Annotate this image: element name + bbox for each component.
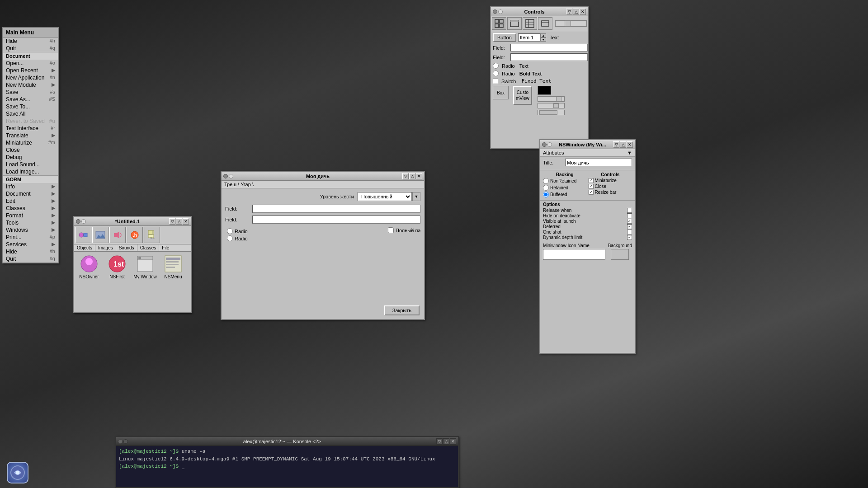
nsw-close-btn[interactable]: ✕ (627, 141, 633, 148)
terminal-body[interactable]: [alex@majestic12 ~]$ uname -a Linux maje… (116, 446, 458, 487)
gorm-close-btn[interactable]: ✕ (183, 218, 189, 225)
ctrl-btn-custom[interactable] (538, 17, 552, 30)
menu-tools[interactable]: Tools▶ (3, 219, 58, 226)
ctrl-scrollbar[interactable] (555, 20, 587, 27)
gorm-icon-nsfirst[interactable]: 1st NSFirst (105, 254, 129, 279)
dock-icon[interactable] (7, 462, 28, 483)
tab-images[interactable]: Images (95, 244, 116, 251)
dynamic-depth-check[interactable] (627, 235, 632, 240)
miniwindow-field[interactable] (543, 249, 605, 260)
gorm-tool-objects[interactable] (75, 227, 91, 243)
ctrl-radio1[interactable] (493, 63, 499, 69)
term-minimize-btn[interactable]: ▽ (436, 438, 443, 445)
attr-dropdown-icon[interactable]: ▼ (627, 150, 632, 155)
gorm-dot1[interactable] (76, 219, 80, 224)
menu-save[interactable]: Save#s (3, 89, 58, 96)
ctrl-btn-window[interactable] (507, 17, 522, 30)
term-maximize-btn[interactable]: △ (443, 438, 449, 445)
field1-input[interactable] (252, 205, 420, 213)
background-swatch[interactable] (611, 249, 629, 260)
tab-file[interactable]: File (159, 244, 172, 251)
visible-launch-check[interactable] (627, 219, 632, 224)
menu-document[interactable]: Document▶ (3, 190, 58, 197)
term-dot1[interactable] (118, 439, 123, 444)
menu-save-as[interactable]: Save As...#S (3, 96, 58, 103)
switch-checkbox[interactable] (493, 79, 498, 84)
resize-check[interactable] (589, 190, 594, 195)
menu-edit[interactable]: Edit▶ (3, 197, 58, 205)
nsw-minimize-btn[interactable]: ▽ (613, 141, 619, 148)
term-dot2[interactable] (123, 439, 128, 444)
backing-buffered-radio[interactable] (543, 192, 549, 197)
backing-nonretained-radio[interactable] (543, 178, 549, 184)
item-input[interactable] (518, 33, 541, 42)
tab-objects[interactable]: Objects (74, 244, 95, 251)
menu-miniaturize[interactable]: Miniaturize#m (3, 139, 58, 146)
level-select[interactable]: Повышенный (358, 192, 412, 201)
menu-load-sound[interactable]: Load Sound... (3, 161, 58, 168)
menu-load-image[interactable]: Load Image... (3, 168, 58, 175)
miniaturize-check[interactable] (589, 178, 594, 183)
gorm-tool-file[interactable]: FILE (144, 227, 160, 243)
menu-new-application[interactable]: New Application#n (3, 74, 58, 81)
slider1[interactable] (538, 96, 565, 102)
level-select-btn[interactable]: ▼ (412, 192, 420, 201)
item-spin-up[interactable]: ▲ (541, 33, 546, 38)
menu-format[interactable]: Format▶ (3, 212, 58, 219)
backing-retained-radio[interactable] (543, 185, 549, 191)
one-shot-check[interactable] (627, 230, 632, 235)
russian-close-btn[interactable]: ✕ (416, 173, 422, 179)
gorm-icon-mywindow[interactable]: My Window (133, 254, 157, 279)
menu-item-quit-top[interactable]: Quit #q (3, 45, 58, 52)
gorm-tool-classes[interactable]: .h (127, 227, 143, 243)
gorm-icon-nsowner[interactable]: NSOwner (77, 254, 101, 279)
ctrl-dot1[interactable] (493, 9, 497, 14)
menu-classes[interactable]: Classes▶ (3, 205, 58, 212)
tab-classes[interactable]: Classes (137, 244, 160, 251)
term-close-btn[interactable]: ✕ (450, 438, 456, 445)
menu-new-module[interactable]: New Module▶ (3, 81, 58, 89)
button-widget[interactable]: Button (493, 33, 516, 42)
ctrl-btn-layout[interactable] (492, 17, 506, 30)
menu-hide-gorm[interactable]: Hide#h (3, 248, 58, 255)
menu-open[interactable]: Open...#o (3, 60, 58, 67)
gorm-minimize-btn[interactable]: ▽ (169, 218, 175, 225)
nsw-dot2[interactable] (547, 142, 552, 147)
gorm-icon-nsmenu[interactable]: NSMenu (161, 254, 185, 279)
russian-dot2[interactable] (229, 174, 233, 178)
slider2[interactable] (538, 103, 565, 108)
tab-sounds[interactable]: Sounds (116, 244, 137, 251)
ctrl-btn-table[interactable] (523, 17, 537, 30)
gorm-tool-images[interactable] (92, 227, 108, 243)
close-check[interactable] (589, 184, 594, 189)
menu-info[interactable]: Info▶ (3, 183, 58, 190)
menu-close[interactable]: Close (3, 146, 58, 154)
field2-input[interactable] (252, 216, 420, 224)
field1-ctrl-input[interactable] (510, 44, 588, 52)
menu-open-recent[interactable]: Open Recent▶ (3, 67, 58, 74)
gorm-dot2[interactable] (81, 219, 86, 224)
menu-save-to[interactable]: Save To... (3, 103, 58, 110)
nsw-maximize-btn[interactable]: △ (620, 141, 626, 148)
menu-windows[interactable]: Windows▶ (3, 226, 58, 234)
menu-item-hide[interactable]: Hide #h (3, 38, 58, 45)
ctrl-close-btn[interactable]: ✕ (580, 9, 586, 15)
nsw-dot1[interactable] (542, 142, 547, 147)
item-spin-down[interactable]: ▼ (541, 38, 546, 42)
ctrl-dot2[interactable] (498, 9, 503, 14)
slider3[interactable] (538, 110, 565, 115)
menu-print[interactable]: Print...#p (3, 234, 58, 241)
menu-translate[interactable]: Translate▶ (3, 132, 58, 139)
radio1[interactable] (227, 228, 233, 234)
fullpe-checkbox[interactable] (388, 227, 394, 233)
radio2[interactable] (227, 235, 233, 241)
russian-minimize-btn[interactable]: ▽ (402, 173, 409, 179)
russian-dot1[interactable] (223, 174, 228, 178)
ctrl-radio2[interactable] (493, 70, 499, 76)
hide-deactivate-check[interactable] (627, 213, 632, 218)
menu-services[interactable]: Services▶ (3, 241, 58, 248)
menu-save-all[interactable]: Save All (3, 110, 58, 117)
custview-button[interactable]: Custo mView (513, 86, 532, 105)
menu-debug[interactable]: Debug (3, 154, 58, 161)
ctrl-maximize-btn[interactable]: △ (573, 9, 579, 15)
